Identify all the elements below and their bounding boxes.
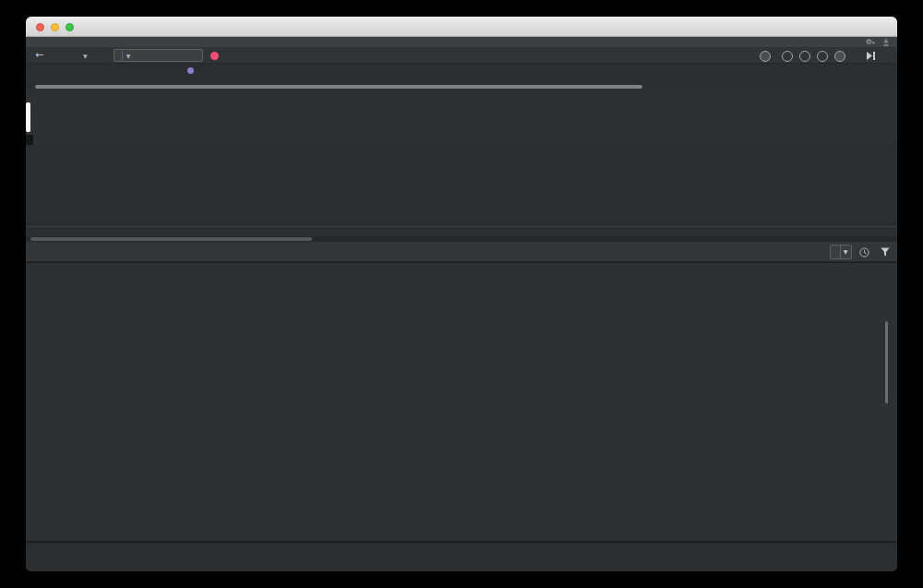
chevron-down-icon: ▼ xyxy=(122,51,134,62)
fullscreen-button[interactable] xyxy=(66,23,74,31)
flame-chart-canvas[interactable] xyxy=(26,262,897,543)
close-button[interactable] xyxy=(36,23,44,31)
zoom-in-button[interactable] xyxy=(799,51,810,62)
bottom-strip xyxy=(26,543,897,571)
selection-handle-right[interactable] xyxy=(26,102,30,132)
back-arrow-icon[interactable]: ← xyxy=(35,47,43,64)
cpu-usage-chart xyxy=(26,89,897,145)
app-window: ⚙▾ ← ▼ ▼ xyxy=(26,17,897,571)
zoom-out-button[interactable] xyxy=(782,51,793,62)
chevron-down-icon: ▼ xyxy=(83,53,88,59)
tool-window-header: ⚙▾ xyxy=(26,37,897,47)
minimize-button[interactable] xyxy=(51,23,59,31)
cpu-chart-panel[interactable] xyxy=(26,89,897,145)
thread-list xyxy=(26,145,897,226)
selection-range-label xyxy=(26,135,33,145)
filter-icon[interactable] xyxy=(881,247,890,257)
skip-to-live-icon xyxy=(867,52,875,60)
macos-titlebar xyxy=(26,17,897,37)
horizontal-scrollbar-thumb[interactable] xyxy=(30,237,312,241)
live-button[interactable] xyxy=(867,47,875,64)
profiler-toolbar: ← ▼ ▼ xyxy=(26,47,897,64)
gear-icon[interactable]: ⚙▾ xyxy=(866,38,875,46)
vertical-scrollbar-thumb[interactable] xyxy=(885,321,888,403)
restore-layout-icon[interactable] xyxy=(882,38,890,46)
session-range-bar[interactable] xyxy=(35,85,642,89)
clock-mode-dropdown[interactable]: ▼ xyxy=(830,245,852,259)
analysis-tab-bar: ▼ xyxy=(26,242,897,262)
recording-config-dropdown[interactable]: ▼ xyxy=(114,49,203,62)
activity-event-dot[interactable] xyxy=(187,67,194,74)
session-row xyxy=(26,76,897,89)
clock-icon xyxy=(859,247,869,258)
time-axis xyxy=(26,226,897,236)
chevron-down-icon: ▼ xyxy=(840,246,851,258)
profiler-type-dropdown[interactable]: ▼ xyxy=(57,47,88,65)
event-strip xyxy=(26,64,897,76)
reset-zoom-button[interactable] xyxy=(817,51,828,62)
record-button[interactable] xyxy=(210,52,219,60)
